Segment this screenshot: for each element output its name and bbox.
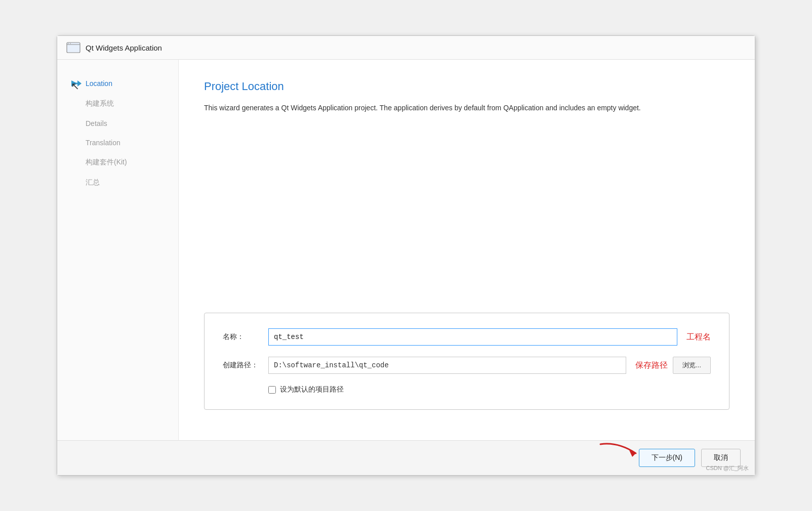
- svg-point-2: [68, 43, 69, 44]
- default-path-checkbox[interactable]: [268, 386, 276, 394]
- form-container: 名称： 工程名 创建路径： 保存路径 浏览... 设为默认的项目路: [204, 313, 729, 410]
- browse-button[interactable]: 浏览...: [673, 357, 711, 374]
- content-area: Location 构建系统 Details Translation 构建套件(K…: [57, 60, 755, 440]
- section-description: This wizard generates a Qt Widgets Appli…: [204, 102, 710, 113]
- next-button[interactable]: 下一步(N): [639, 449, 695, 467]
- name-input[interactable]: [268, 328, 677, 346]
- svg-marker-6: [77, 80, 82, 87]
- checkbox-label: 设为默认的项目路径: [280, 385, 344, 394]
- app-icon: [66, 42, 80, 53]
- path-row-inner: 保存路径 浏览...: [268, 357, 711, 374]
- arrow-right-icon: [70, 79, 82, 88]
- sidebar-item-details[interactable]: Details: [67, 115, 168, 132]
- dialog-title: Qt Widgets Application: [86, 44, 162, 52]
- sidebar-label-details: Details: [86, 119, 107, 127]
- path-input[interactable]: [268, 357, 626, 374]
- name-row: 名称： 工程名: [223, 328, 711, 346]
- sidebar-item-location[interactable]: Location: [67, 75, 168, 92]
- sidebar-label-kit: 构建套件(Kit): [86, 158, 127, 167]
- checkbox-row: 设为默认的项目路径: [268, 385, 711, 394]
- sidebar-label-build-system: 构建系统: [86, 99, 114, 108]
- sidebar-item-translation[interactable]: Translation: [67, 135, 168, 151]
- sidebar: Location 构建系统 Details Translation 构建套件(K…: [57, 60, 179, 440]
- title-bar: Qt Widgets Application ↖: [57, 36, 755, 60]
- sidebar-label-location: Location: [86, 79, 112, 88]
- sidebar-label-translation: Translation: [86, 139, 120, 147]
- sidebar-item-build-system[interactable]: 构建系统: [67, 95, 168, 112]
- dialog-window: Qt Widgets Application ↖ Location 构建系统 D…: [57, 35, 755, 476]
- footer: 下一步(N) 取消: [57, 440, 755, 475]
- sidebar-item-kit[interactable]: 构建套件(Kit): [67, 154, 168, 171]
- path-annotation: 保存路径: [635, 360, 668, 371]
- sidebar-label-summary: 汇总: [86, 178, 100, 187]
- section-title: Project Location: [204, 80, 729, 93]
- arrow-annotation: [598, 439, 643, 461]
- name-label: 名称：: [223, 332, 268, 342]
- watermark: CSDN @汇_阿水: [706, 464, 749, 472]
- name-annotation: 工程名: [686, 332, 711, 343]
- main-panel: Project Location This wizard generates a…: [179, 60, 755, 440]
- sidebar-item-summary[interactable]: 汇总: [67, 174, 168, 191]
- path-row: 创建路径： 保存路径 浏览...: [223, 357, 711, 374]
- svg-point-3: [70, 43, 71, 44]
- path-label: 创建路径：: [223, 361, 268, 370]
- svg-rect-0: [67, 42, 80, 53]
